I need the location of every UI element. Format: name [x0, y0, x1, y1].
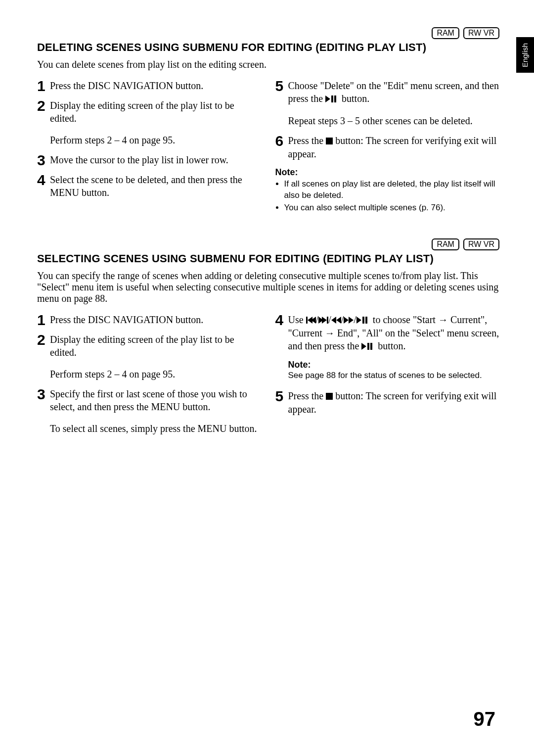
skip-next-icon: [318, 314, 328, 327]
svg-rect-2: [334, 95, 336, 102]
s2-step2: 2Display the editing screen of the play …: [37, 333, 262, 380]
svg-rect-4: [306, 317, 308, 324]
s2-step1: 1Press the DISC NAVIGATION button.: [37, 313, 262, 326]
format-badges-1: RAM RW VR: [37, 27, 499, 39]
svg-rect-16: [365, 317, 367, 324]
s1-step3: 3Move the cursor to the play list in low…: [37, 153, 262, 166]
play-pause-icon: [325, 93, 339, 105]
badge-ram: RAM: [432, 238, 459, 250]
s2-step5: 5 Press the button: The screen for verif…: [275, 389, 500, 416]
svg-rect-15: [362, 317, 364, 324]
page-number: 97: [474, 708, 496, 730]
section2-left-col: 1Press the DISC NAVIGATION button. 2Disp…: [37, 313, 262, 442]
note-heading: Note:: [275, 167, 500, 178]
s1-step2: 2Display the editing screen of the play …: [37, 99, 262, 146]
section2-right-col: 4 Use //// to choose "Start → Current", …: [275, 313, 500, 442]
stop-icon: [326, 135, 333, 147]
play-pause-icon: [361, 340, 375, 353]
svg-marker-14: [356, 317, 361, 324]
s1-step1: 1Press the DISC NAVIGATION button.: [37, 79, 262, 92]
language-tab: English: [516, 37, 534, 73]
svg-marker-12: [344, 317, 349, 324]
section1-right-col: 5 Choose "Delete" on the "Edit" menu scr…: [275, 79, 500, 215]
s1-step5: 5 Choose "Delete" on the "Edit" menu scr…: [275, 79, 500, 127]
badge-rwvr: RW VR: [463, 27, 499, 39]
note-heading: Note:: [288, 360, 500, 370]
svg-marker-13: [349, 317, 354, 324]
play-pause-icon: [356, 314, 370, 327]
svg-marker-10: [331, 317, 336, 324]
s2-step4: 4 Use //// to choose "Start → Current", …: [275, 313, 500, 353]
section1-heading: DELETING SCENES USING SUBMENU FOR EDITIN…: [37, 41, 499, 54]
svg-marker-11: [336, 317, 341, 324]
section1-intro: You can delete scenes from play list on …: [37, 59, 499, 70]
skip-prev-icon: [306, 314, 316, 327]
svg-rect-20: [326, 393, 333, 400]
s2-note-text: See page 88 for the status of scenes to …: [288, 370, 500, 381]
svg-rect-19: [370, 343, 372, 350]
format-badges-2: RAM RW VR: [37, 238, 499, 250]
s1-step6: 6 Press the button: The screen for verif…: [275, 134, 500, 160]
section2-intro: You can specify the range of scenes when…: [37, 270, 499, 304]
badge-rwvr: RW VR: [463, 238, 499, 250]
section2-heading: SELECTING SCENES USING SUBMENU FOR EDITI…: [37, 252, 499, 265]
rewind-icon: [331, 314, 341, 327]
s1-note: Note: If all scenes on play list are del…: [275, 167, 500, 214]
svg-marker-8: [322, 317, 327, 324]
s2-note: Note: See page 88 for the status of scen…: [275, 360, 500, 381]
svg-marker-17: [361, 343, 366, 350]
stop-icon: [326, 390, 333, 403]
s2-step3: 3Specify the first or last scene of thos…: [37, 387, 262, 435]
s1-step4: 4Select the scene to be deleted, and the…: [37, 173, 262, 199]
svg-rect-9: [327, 317, 328, 324]
svg-rect-1: [331, 95, 333, 102]
svg-marker-0: [325, 95, 330, 102]
s1-note-item2: You can also select multiple scenes (p. …: [284, 202, 500, 214]
s1-note-item1: If all scenes on play list are deleted, …: [284, 179, 500, 201]
fast-forward-icon: [344, 314, 354, 327]
svg-rect-3: [326, 138, 333, 144]
svg-rect-18: [367, 343, 369, 350]
section1-left-col: 1Press the DISC NAVIGATION button. 2Disp…: [37, 79, 262, 215]
badge-ram: RAM: [432, 27, 459, 39]
